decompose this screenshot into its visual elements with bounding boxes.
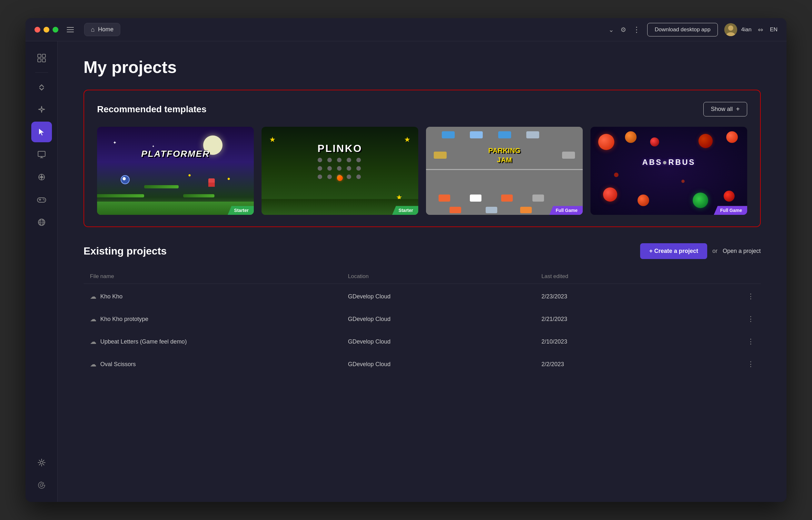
close-button[interactable] [34,27,40,32]
starter-badge-platformer: Starter [228,206,254,215]
minimize-button[interactable] [44,27,49,32]
show-all-button[interactable]: Show all + [703,102,747,116]
starter-badge-plinko: Starter [392,206,418,215]
car-1 [442,131,455,138]
parking-title: PARKINGJAM [488,146,520,164]
project-name-2: Kho Kho prototype [100,316,148,322]
orb-red-1 [598,134,614,150]
orb-orange-1 [625,131,637,143]
cell-edited-1: 2/23/2023 [541,293,735,300]
cloud-icon-3: ☁ [90,338,97,345]
home-icon: ⌂ [91,26,95,33]
template-card-parking-jam[interactable]: PARKINGJAM Full Ga [426,127,583,215]
titlebar-right: ⌄ ⚙ ⋮ Download desktop app 4ian ⇔ EN [608,23,778,36]
home-tab-label: Home [98,26,113,33]
project-name-1: Kho Kho [100,293,123,300]
row-menu-4[interactable]: ⋮ [735,360,754,368]
hamburger-menu-button[interactable] [67,24,78,35]
table-row[interactable]: ☁ Oval Scissors GDevelop Cloud 2/2/2023 … [83,353,761,375]
plinko-title: PLINKO [318,142,362,155]
chevron-down-icon[interactable]: ⌄ [608,26,614,33]
sidebar-item-globe[interactable] [31,212,52,233]
sidebar-item-settings[interactable] [31,452,52,473]
puzzle-icon[interactable]: ⚙ [620,26,626,33]
user-area: 4ian [724,23,751,36]
orb-bottom-2 [638,194,649,206]
orb-red-2 [650,137,659,147]
cell-filename-4: ☁ Oval Scissors [90,360,348,368]
row-menu-1[interactable]: ⋮ [735,292,754,301]
absorbus-background: ABS●RBUS [591,127,747,215]
orb-bottom-3 [724,191,735,202]
parking-background: PARKINGJAM [426,127,583,215]
cell-edited-4: 2/2/2023 [541,361,735,368]
car-7 [439,194,450,202]
sidebar-item-gamepad[interactable] [31,189,52,210]
sidebar-item-sparkle[interactable] [31,99,52,120]
templates-grid: ✦ ✦ PLATFORMER [97,127,747,215]
cell-filename-2: ☁ Kho Kho prototype [90,315,348,323]
car-9 [501,194,513,202]
coin-1: ● [227,176,230,182]
sidebar-item-panels[interactable] [31,48,52,69]
download-desktop-app-button[interactable]: Download desktop app [647,23,718,36]
absorbus-title: ABS●RBUS [642,158,695,167]
row-menu-3[interactable]: ⋮ [735,337,754,346]
star-2: ✦ [152,145,155,148]
home-tab[interactable]: ⌂ Home [84,23,120,36]
car-6 [562,152,575,159]
sidebar-item-monitor[interactable] [31,144,52,165]
existing-projects-section: Existing projects + Create a project or … [83,243,761,375]
existing-header: Existing projects + Create a project or … [83,243,761,259]
svg-rect-5 [38,59,41,62]
cell-filename-3: ☁ Upbeat Letters (Game feel demo) [90,338,348,345]
cell-location-1: GDevelop Cloud [348,293,541,300]
header-filename: File name [90,273,348,280]
username-label: 4ian [741,26,751,33]
cloud-icon-2: ☁ [90,315,97,323]
content-area: My projects Recommended templates Show a… [58,41,787,502]
titlebar: ⌂ Home ⌄ ⚙ ⋮ Download desktop app 4ian ⇔… [25,18,787,41]
sidebar-item-gdevelop[interactable] [31,475,52,495]
open-project-link[interactable]: Open a project [723,248,761,255]
sidebar-bottom [31,452,52,495]
create-project-button[interactable]: + Create a project [640,243,707,259]
platformer-title: PLATFORMER [141,149,210,159]
template-card-absorbus[interactable]: ABS●RBUS Full Game [591,127,747,215]
svg-point-15 [40,461,43,464]
table-row[interactable]: ☁ Upbeat Letters (Game feel demo) GDevel… [83,330,761,353]
cell-location-3: GDevelop Cloud [348,338,541,345]
cloud-icon-4: ☁ [90,360,97,368]
eye-creature [120,175,130,184]
svg-point-1 [728,25,733,31]
main-window: ⌂ Home ⌄ ⚙ ⋮ Download desktop app 4ian ⇔… [25,18,787,502]
row-menu-2[interactable]: ⋮ [735,315,754,323]
svg-rect-7 [38,151,45,156]
more-options-icon[interactable]: ⋮ [633,25,641,34]
car-12 [486,207,497,213]
orb-red-4 [726,131,738,143]
language-label: EN [770,26,778,33]
car-2 [470,131,483,138]
project-name-4: Oval Scissors [100,361,136,368]
sidebar-item-cursor[interactable] [31,122,52,142]
orb-red-3 [699,134,713,148]
maximize-button[interactable] [53,27,58,32]
table-row[interactable]: ☁ Kho Kho GDevelop Cloud 2/23/2023 ⋮ [83,285,761,308]
sidebar-divider-1 [35,72,48,73]
translate-icon: ⇔ [758,26,763,33]
sidebar-item-gift[interactable] [31,167,52,187]
cloud-icon-1: ☁ [90,292,97,300]
car-3 [498,131,511,138]
plinko-star-1: ★ [269,135,276,144]
cell-edited-3: 2/10/2023 [541,338,735,345]
template-card-plinko[interactable]: ★ ★ ★ PLINKO [262,127,418,215]
template-card-platformer[interactable]: ✦ ✦ PLATFORMER [97,127,254,215]
red-character [208,178,215,187]
page-title: My projects [83,57,761,77]
table-row[interactable]: ☁ Kho Kho prototype GDevelop Cloud 2/21/… [83,308,761,330]
svg-point-12 [44,200,45,201]
recommended-templates-section: Recommended templates Show all + [83,90,761,227]
sidebar-item-expand[interactable] [31,76,52,97]
platform-1 [97,194,144,198]
